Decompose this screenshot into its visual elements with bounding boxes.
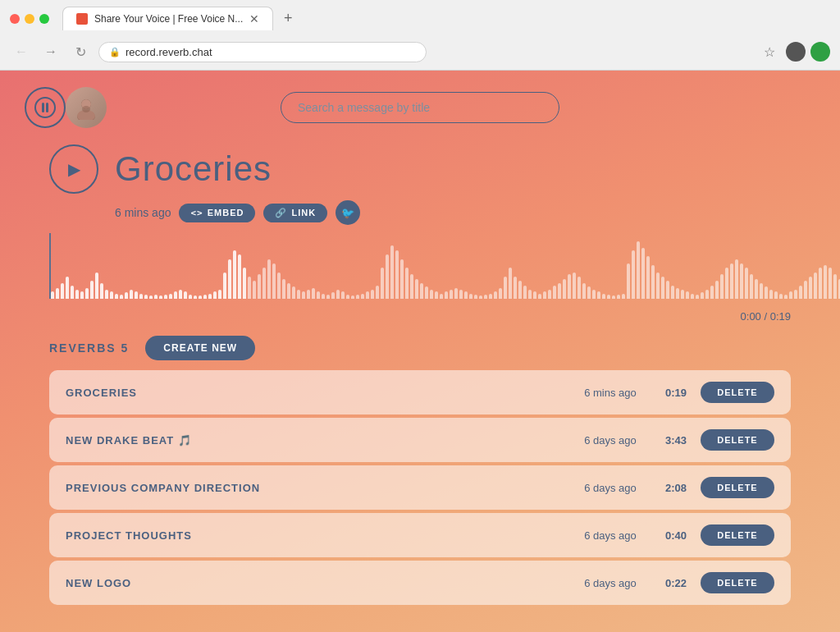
waveform-bar [415, 279, 418, 299]
waveform [49, 233, 791, 299]
waveform-bar [381, 268, 384, 299]
waveform-bar [597, 291, 600, 299]
waveform-bar [499, 288, 502, 299]
back-button[interactable]: ← [10, 40, 33, 63]
waveform-bar [120, 295, 123, 299]
waveform-bar [174, 291, 177, 299]
waveform-bar [243, 268, 246, 299]
tab-close-icon[interactable]: ✕ [249, 12, 259, 25]
waveform-bar [287, 283, 290, 299]
waveform-bar [386, 254, 389, 299]
waveform-bar [267, 259, 271, 299]
waveform-container[interactable] [0, 233, 840, 307]
waveform-bar [253, 281, 256, 299]
waveform-bar [371, 290, 374, 299]
row-title: PREVIOUS COMPANY DIRECTION [66, 482, 569, 494]
delete-button[interactable]: DELETE [701, 572, 774, 593]
twitter-icon: 🐦 [341, 207, 355, 219]
waveform-bar [681, 290, 684, 299]
waveform-bar [489, 294, 492, 299]
delete-button[interactable]: DELETE [701, 477, 774, 498]
play-button[interactable]: ▶ [49, 144, 98, 194]
waveform-bar [135, 291, 138, 299]
extension-button[interactable] [810, 42, 830, 62]
waveform-bar [819, 268, 822, 299]
delete-button[interactable]: DELETE [701, 382, 774, 403]
waveform-bar [390, 245, 394, 299]
waveform-bar [558, 283, 561, 299]
list-rows: GROCERIES 6 mins ago 0:19 DELETE NEW DRA… [49, 370, 791, 608]
waveform-bar [740, 263, 743, 299]
new-tab-button[interactable]: + [276, 7, 299, 30]
close-button[interactable] [10, 14, 20, 24]
maximize-button[interactable] [39, 14, 49, 24]
link-button[interactable]: 🔗 LINK [263, 204, 327, 222]
waveform-bar [351, 295, 354, 299]
row-duration: 3:43 [651, 434, 701, 447]
row-time-ago: 6 days ago [569, 529, 651, 542]
waveform-bar [829, 268, 832, 299]
waveform-bar [676, 288, 679, 299]
tab-title: Share Your Voice | Free Voice N... [94, 13, 243, 25]
profile-button[interactable] [786, 42, 806, 62]
list-item[interactable]: NEW DRAKE BEAT 🎵 6 days ago 3:43 DELETE [49, 418, 791, 462]
url-bar[interactable]: 🔒 record.reverb.chat [98, 42, 427, 62]
waveform-bar [809, 277, 812, 299]
player-section: ▶ Groceries 6 mins ago <> EMBED 🔗 LINK 🐦 [0, 144, 840, 225]
waveform-bar [61, 283, 64, 299]
waveform-bar [464, 291, 468, 299]
waveform-bar [336, 290, 340, 299]
waveform-bar [587, 286, 591, 299]
embed-button[interactable]: <> EMBED [179, 204, 255, 222]
waveform-bar [632, 250, 635, 299]
waveform-bar [435, 291, 438, 299]
waveform-bar [317, 291, 320, 299]
minimize-button[interactable] [25, 14, 34, 24]
waveform-bar [346, 295, 349, 299]
waveform-bar [130, 290, 133, 299]
waveform-bar [509, 268, 512, 299]
twitter-button[interactable]: 🐦 [336, 200, 360, 225]
bookmark-button[interactable]: ☆ [758, 40, 781, 63]
waveform-bar [715, 281, 719, 299]
waveform-bar [115, 294, 118, 299]
waveform-bar [504, 277, 507, 299]
delete-button[interactable]: DELETE [701, 524, 774, 546]
waveform-bar [228, 259, 231, 299]
waveform-bar [641, 248, 645, 299]
list-item[interactable]: GROCERIES 6 mins ago 0:19 DELETE [49, 370, 791, 414]
waveform-bar [208, 294, 212, 299]
waveform-bar [184, 291, 187, 299]
address-bar: ← → ↻ 🔒 record.reverb.chat ☆ [0, 37, 840, 70]
waveform-bar [548, 290, 551, 299]
waveform-bar [361, 294, 364, 299]
waveform-bar [356, 295, 359, 299]
forward-button[interactable]: → [39, 40, 62, 63]
waveform-bar [425, 286, 428, 299]
list-item[interactable]: PROJECT THOUGHTS 6 days ago 0:40 DELETE [49, 513, 791, 557]
delete-button[interactable]: DELETE [701, 429, 774, 451]
create-new-button[interactable]: CREATE NEW [145, 336, 255, 360]
list-item[interactable]: NEW LOGO 6 days ago 0:22 DELETE [49, 561, 791, 605]
waveform-bar [661, 277, 664, 299]
app-header [0, 71, 840, 144]
waveform-bar [730, 263, 733, 299]
search-input[interactable] [281, 92, 559, 123]
active-tab[interactable]: Share Your Voice | Free Voice N... ✕ [62, 7, 273, 30]
svg-point-7 [82, 106, 90, 112]
waveform-bar [100, 283, 103, 299]
waveform-bar [149, 295, 153, 299]
row-duration: 0:19 [651, 387, 701, 399]
browser-chrome: Share Your Voice | Free Voice N... ✕ + ←… [0, 0, 840, 71]
waveform-bar [784, 295, 788, 299]
waveform-bar [745, 268, 748, 299]
waveform-bar [277, 272, 281, 299]
waveform-bar [405, 268, 409, 299]
timestamp: 0:00 / 0:19 [0, 310, 840, 323]
row-time-ago: 6 days ago [569, 577, 651, 589]
reload-button[interactable]: ↻ [69, 40, 92, 63]
waveform-bar [125, 292, 128, 299]
player-top: ▶ Groceries [49, 144, 791, 194]
waveform-bar [651, 265, 655, 299]
list-item[interactable]: PREVIOUS COMPANY DIRECTION 6 days ago 2:… [49, 465, 791, 510]
